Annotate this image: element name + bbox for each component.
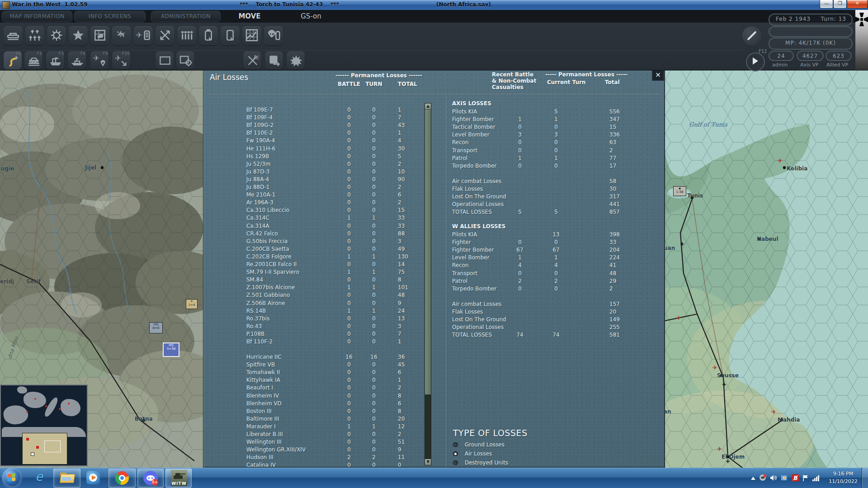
settings-gear-button[interactable]: .f{fill:#a7b0b6;stroke:none}.t{fill:#a7b… [47,26,66,45]
stats-chart-button[interactable]: .f{fill:#a7b0b6;stroke:none}.t{fill:#a7b… [242,26,261,45]
air-directives-button[interactable]: .f{fill:#a7b0b6;stroke:none}.t{fill:#a7b… [156,26,175,45]
maximize-button[interactable]: ❐ [833,0,847,9]
loss-row: Patrol1177 [203,155,661,163]
rail-mode-button[interactable]: .f{fill:#9aa3aa;stroke:none}.t{fill:#9aa… [24,52,42,70]
casualties-button[interactable]: .f{fill:#a7b0b6;stroke:none}.t{fill:#a7b… [25,26,44,45]
scrollbar[interactable]: ▲ ▼ [425,103,431,465]
discord-badge: 9+ [151,479,158,486]
move-mode-button[interactable]: .f{fill:#d8b44a;stroke:none}.t{fill:#d8b… [4,52,22,70]
col-header-turn: TURN [360,81,387,87]
windows-update-icon[interactable] [781,474,788,482]
hidden-icons-arrow-icon[interactable] [750,476,756,480]
bombardment-button[interactable]: .f{fill:#9aa3aa;stroke:none}.t{fill:#9aa… [287,52,305,70]
discord-tray-icon[interactable] [759,474,767,482]
taskbar-clock[interactable]: 9:16 PM 11/10/2022 [826,470,861,485]
radio-label: Air Losses [465,450,492,457]
counter-strength: 1=4 [189,303,195,307]
radio-destroyed-units[interactable] [453,460,458,465]
turn-losses: 0 [360,385,387,391]
menu-item-move[interactable]: MOVE [231,11,268,22]
battle-losses: 0 [335,446,363,453]
total-losses: 45 [398,361,405,368]
current-turn-value: 4 [540,262,572,268]
unit-counter[interactable]: ▪1-38 [673,186,686,196]
start-button[interactable] [2,468,21,487]
taskbar-internet-explorer[interactable]: e [29,469,51,487]
total-losses: 1 [398,377,401,383]
total-losses: 20 [398,416,405,422]
battle-losses: 0 [335,439,363,445]
radio-ground-losses[interactable] [453,442,458,447]
loss-row: Recon0063 [203,139,661,147]
radio-air-losses[interactable] [453,451,458,456]
commanders-button[interactable]: .f{fill:#a7b0b6;stroke:none}.t{fill:#a7b… [177,26,196,45]
next-phase-button[interactable]: .f{fill:#9aa3aa;stroke:none}.t{fill:#9aa… [265,52,283,70]
action-center-flag-icon[interactable] [802,474,809,482]
taskbar-file-explorer[interactable] [53,469,80,488]
show-desktop-button[interactable] [862,468,868,488]
loss-summary-row: Air combat Losses58 [203,178,661,186]
media-player-icon [86,471,100,484]
ai-toggle-button[interactable]: .f{fill:#9aa3aa;stroke:none}.t{fill:#9aa… [243,52,261,70]
logistics-button[interactable]: .f{fill:#a7b0b6;stroke:none}.t{fill:#a7b… [199,26,218,45]
pencil-icon [747,31,756,40]
scroll-up-button[interactable]: ▲ [425,103,431,109]
loss-summary-row: Lost On The Ground149 [203,316,661,324]
unit-counter[interactable]: HQ5=38 [163,343,179,357]
tab-info-screens[interactable]: INFO SCREENS [74,11,146,22]
total-value: 58 [609,178,616,184]
dialog-close-button[interactable]: ✕ [652,69,664,81]
weather-map-button[interactable]: .f{fill:#a7b0b6;stroke:none}.t{fill:#a7b… [90,26,109,45]
minimap-marker [68,403,70,404]
airdrop-button[interactable]: .f{fill:#9aa3aa;stroke:none}.t{fill:#9aa… [90,52,108,70]
aircraft-name: Tomahawk II [246,369,280,375]
internet-explorer-icon: e [35,469,43,483]
tab-administration[interactable]: ADMINISTRATION [151,11,221,22]
aircraft-row: Blenheim IV008 [203,393,661,400]
right-permanent-losses-header: ----- Permanent Losses ----- [539,71,634,78]
minimap-unit [31,452,34,456]
total-value: 224 [609,254,620,261]
minimap[interactable] [0,385,88,466]
air-transfer-button[interactable]: .f{fill:#9aa3aa;stroke:none}.t{fill:#9aa… [112,52,130,70]
b-shield-icon[interactable]: B [792,474,799,482]
taskbar-media-player[interactable] [82,469,104,487]
menu-item-gs-toggle[interactable]: GS-on [293,11,329,22]
scroll-down-button[interactable]: ▼ [425,459,431,465]
ground-forces-button[interactable]: .f{fill:#a7b0b6;stroke:none}.t{fill:#a7b… [4,26,23,45]
air-doctrine-button[interactable]: .f{fill:#a7b0b6;stroke:none}.t{fill:#a7b… [134,26,153,45]
aircraft-name: Kittyhawk IA [246,377,280,383]
counter-symbol: HQ [154,323,159,326]
recent-battle-value: 67 [504,247,536,253]
recent-battle-value: 0 [504,270,536,277]
taskbar-witw-game[interactable]: WITW [165,469,192,488]
end-turn-button[interactable] [746,52,765,71]
view-rect-button[interactable]: .f{fill:#9aa3aa;stroke:none}.t{fill:#9aa… [156,52,174,70]
edit-pencil-button[interactable] [742,26,761,45]
unit-counter[interactable]: ✕1=4 [186,299,198,309]
network-signal-icon[interactable] [812,475,821,481]
taskbar-chrome[interactable] [108,469,136,488]
airborne-list-button[interactable]: .f{fill:#a7b0b6;stroke:none}.t{fill:#a7b… [264,26,283,45]
scrollbar-thumb[interactable] [425,110,431,394]
loss-category: Tactical Bomber [452,124,495,130]
current-turn-value: 0 [540,124,572,130]
aircraft-row: Wellington III0051 [203,439,661,446]
amphibious-button[interactable]: .f{fill:#9aa3aa;stroke:none}.t{fill:#9aa… [68,52,86,70]
unit-counter[interactable]: HQ8=0 [149,322,163,333]
air-battles-button[interactable]: .f{fill:#a7b0b6;stroke:none}.t{fill:#a7b… [112,26,131,45]
minimize-button[interactable]: — [820,0,833,9]
recent-battle-header-2: & Non-Combat [492,78,536,84]
supply-button[interactable]: .f{fill:#a7b0b6;stroke:none}.t{fill:#a7b… [221,26,240,45]
victory-star-button[interactable]: .f{fill:#a7b0b6;stroke:none}.t{fill:#a7b… [69,26,88,45]
tab-map-information[interactable]: MAP INFORMATION [2,11,72,22]
speaker-icon[interactable] [770,474,778,481]
loss-row: Patrol2229 [203,278,661,286]
naval-transport-button[interactable]: .f{fill:#9aa3aa;stroke:none}.t{fill:#9aa… [46,52,64,70]
taskbar-discord[interactable]: 9+ [137,469,164,488]
empty-pill [769,26,853,37]
close-button[interactable]: ✕ [847,0,868,9]
view-settings-button[interactable]: .f{fill:#9aa3aa;stroke:none}.t{fill:#9aa… [176,52,194,70]
aircraft-row: Kittyhawk IA001 [203,377,661,385]
minimap-inset [22,433,67,465]
